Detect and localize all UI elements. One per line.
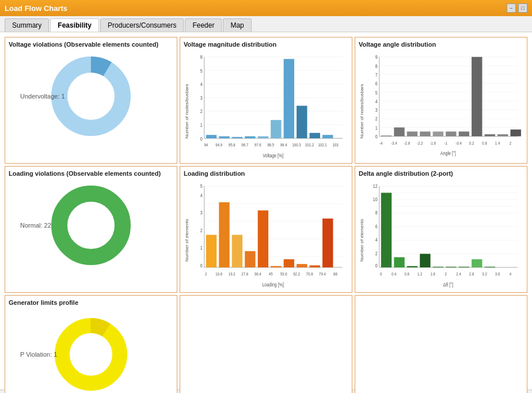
svg-text:5: 5 [200,68,203,74]
svg-text:2: 2 [375,116,378,122]
svg-text:95.8: 95.8 [229,143,235,147]
svg-text:3: 3 [200,210,203,216]
svg-text:12: 12 [373,184,378,190]
svg-text:27.8: 27.8 [241,272,248,276]
svg-text:2.4: 2.4 [456,272,461,276]
loading-violations-label: Normal: 22 [20,222,51,229]
svg-text:7: 7 [375,72,378,78]
svg-text:3.2: 3.2 [482,272,487,276]
generator-limits-title: Generator limits profile [9,299,173,306]
svg-rect-22 [232,137,242,138]
svg-text:8: 8 [375,63,378,69]
tab-producers-consumers[interactable]: Producers/Consumers [100,18,184,32]
svg-rect-75 [511,130,521,137]
svg-rect-26 [284,59,294,138]
svg-rect-69 [433,131,443,136]
svg-text:70.8: 70.8 [306,272,313,276]
svg-point-167 [70,334,112,375]
svg-text:4: 4 [510,272,512,276]
svg-rect-144 [381,193,392,267]
svg-text:0: 0 [200,263,203,269]
svg-text:-2.8: -2.8 [404,141,410,145]
generator-limits-donut-container: P Violation: 1 [9,308,173,393]
voltage-magnitude-chart: Number of nodes/busbars 0 1 2 3 4 5 8 [184,50,348,164]
svg-text:4: 4 [375,99,378,104]
svg-rect-29 [322,135,333,138]
svg-rect-111 [297,264,307,267]
tab-summary[interactable]: Summary [5,18,49,32]
tab-map[interactable]: Map [223,18,251,32]
svg-text:0: 0 [200,136,203,142]
svg-text:5: 5 [375,90,378,96]
loading-distribution-panel: Loading distribution Number of elements … [180,166,352,293]
svg-rect-106 [232,235,242,268]
svg-rect-149 [446,267,456,267]
delta-angle-chart: Number of elements 0 2 4 6 8 10 12 [359,179,523,293]
svg-text:2: 2 [205,272,207,276]
svg-text:94.9: 94.9 [215,143,222,147]
svg-text:8: 8 [200,55,203,61]
maximize-button[interactable]: □ [518,3,527,13]
generator-limits-donut [54,317,128,392]
svg-text:Number of nodes/busbars: Number of nodes/busbars [360,84,364,138]
svg-text:3: 3 [200,95,203,101]
svg-text:62.2: 62.2 [293,272,300,276]
svg-text:-0.4: -0.4 [455,141,462,145]
svg-text:0.8: 0.8 [482,141,487,145]
svg-rect-74 [497,134,508,137]
svg-rect-24 [258,136,268,138]
svg-text:1: 1 [200,245,203,251]
loading-violations-panel: Loading violations (Observable elements … [5,166,177,293]
voltage-violations-panel: Voltage violations (Observable elements … [5,37,177,164]
svg-text:79.4: 79.4 [319,272,326,276]
svg-rect-20 [206,135,216,138]
svg-rect-113 [322,218,333,267]
empty-panel-2 [180,295,352,393]
svg-rect-108 [258,210,268,267]
window-title: Load Flow Charts [5,4,67,13]
svg-text:Number of nodes/busbars: Number of nodes/busbars [185,84,189,138]
svg-text:4: 4 [200,192,203,198]
svg-text:Number of elements: Number of elements [185,219,189,262]
svg-text:10: 10 [373,197,378,202]
voltage-violations-label: Undervoltage: 1 [20,93,65,100]
svg-text:2: 2 [375,251,378,256]
svg-text:4: 4 [200,82,203,88]
loading-violations-donut [51,185,131,266]
svg-rect-107 [245,251,255,267]
svg-text:Voltage [%]: Voltage [%] [263,153,283,159]
svg-text:1: 1 [375,125,378,131]
svg-rect-27 [297,106,307,139]
svg-text:Loading [%]: Loading [%] [262,282,284,288]
svg-rect-151 [472,259,482,267]
svg-rect-71 [459,131,469,136]
svg-text:103: 103 [332,143,339,147]
svg-text:36.4: 36.4 [254,272,261,276]
svg-text:8: 8 [375,210,378,216]
voltage-angle-chart: Number of nodes/busbars 0 1 2 3 4 5 6 7 … [359,50,523,164]
minimize-button[interactable]: − [507,3,516,13]
svg-rect-68 [420,131,430,136]
loading-violations-title: Loading violations (Observable elements … [9,170,173,177]
svg-text:99.4: 99.4 [280,143,287,147]
svg-rect-23 [245,136,255,138]
delta-angle-title: Delta angle distribution (2-port) [359,170,523,177]
svg-text:Angle [°]: Angle [°] [440,151,456,157]
svg-rect-109 [271,266,281,267]
svg-rect-152 [485,267,495,267]
svg-text:102.1: 102.1 [318,143,327,147]
svg-rect-105 [219,202,229,267]
voltage-angle-panel: Voltage angle distribution Number of nod… [355,37,527,164]
svg-rect-147 [420,254,430,267]
svg-text:1.2: 1.2 [417,272,423,276]
svg-text:2.8: 2.8 [469,272,474,276]
svg-rect-146 [407,266,417,267]
tab-feasibility[interactable]: Feasibility [50,18,99,32]
svg-text:6: 6 [375,224,378,229]
svg-text:4: 4 [375,237,378,243]
svg-text:2: 2 [200,109,203,115]
tab-feeder[interactable]: Feeder [185,18,222,32]
svg-text:0: 0 [375,263,378,269]
svg-text:94: 94 [204,143,208,147]
delta-angle-panel: Delta angle distribution (2-port) Number… [355,166,527,293]
